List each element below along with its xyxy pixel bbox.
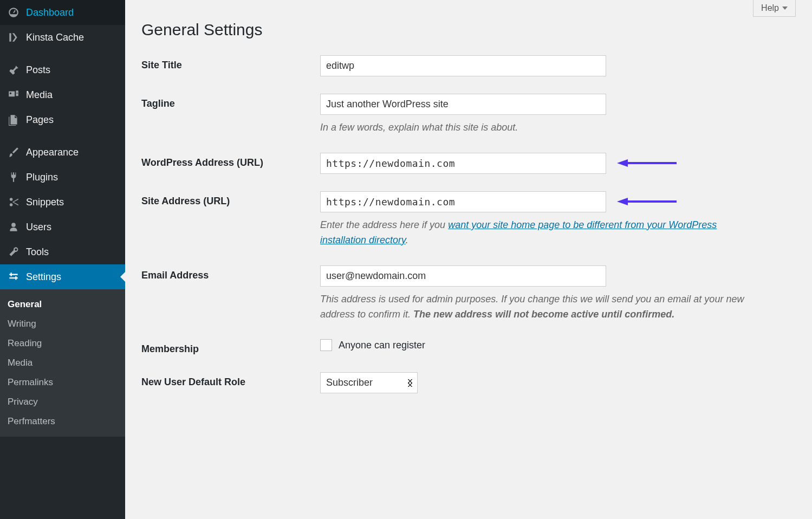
default-role-select[interactable]: Subscriber	[320, 372, 418, 393]
sliders-icon	[8, 271, 20, 283]
admin-sidebar: Dashboard Kinsta Cache Posts Media Pages…	[0, 0, 125, 519]
user-icon	[8, 221, 20, 233]
pin-icon	[8, 64, 20, 76]
submenu-item-general[interactable]: General	[0, 295, 125, 314]
submenu-item-perfmatters[interactable]: Perfmatters	[0, 412, 125, 431]
sidebar-item-label: Appearance	[26, 147, 79, 158]
help-tab[interactable]: Help	[753, 0, 796, 17]
scissors-icon	[8, 196, 20, 208]
sidebar-item-kinsta-cache[interactable]: Kinsta Cache	[0, 25, 125, 50]
page-icon	[8, 114, 20, 126]
sidebar-item-label: Users	[26, 222, 51, 233]
sidebar-item-label: Media	[26, 89, 53, 101]
arrow-annotation-icon	[617, 198, 677, 205]
dashboard-icon	[8, 7, 20, 18]
row-site-url: Site Address (URL) Enter the address her…	[141, 191, 796, 248]
tagline-input[interactable]	[320, 94, 606, 115]
sidebar-item-plugins[interactable]: Plugins	[0, 165, 125, 190]
page-title: General Settings	[141, 21, 796, 39]
media-icon	[8, 89, 20, 101]
sidebar-item-label: Pages	[26, 114, 54, 126]
tagline-description: In a few words, explain what this site i…	[320, 120, 753, 135]
email-description: This address is used for admin purposes.…	[320, 292, 753, 322]
sidebar-item-media[interactable]: Media	[0, 82, 125, 107]
sidebar-item-label: Tools	[26, 246, 49, 258]
chevron-down-icon	[782, 7, 788, 10]
site-title-input[interactable]	[320, 55, 606, 76]
submenu-item-permalinks[interactable]: Permalinks	[0, 373, 125, 392]
arrow-annotation-icon	[617, 159, 677, 167]
submenu-item-reading[interactable]: Reading	[0, 334, 125, 353]
label-default-role: New User Default Role	[141, 372, 320, 388]
main-content: Help General Settings Site Title Tagline…	[125, 0, 812, 519]
sidebar-item-users[interactable]: Users	[0, 215, 125, 239]
email-input[interactable]	[320, 265, 606, 287]
row-email: Email Address This address is used for a…	[141, 265, 796, 322]
help-label: Help	[761, 3, 779, 13]
brush-icon	[8, 146, 20, 158]
plug-icon	[8, 171, 20, 183]
sidebar-item-label: Snippets	[26, 197, 64, 208]
sidebar-item-label: Kinsta Cache	[26, 32, 84, 43]
sidebar-item-label: Settings	[26, 271, 61, 283]
select-value: Subscriber	[326, 377, 373, 388]
wrench-icon	[8, 246, 20, 258]
sidebar-item-pages[interactable]: Pages	[0, 107, 125, 132]
settings-form: Site Title Tagline In a few words, expla…	[141, 55, 796, 393]
sidebar-item-label: Dashboard	[26, 7, 74, 18]
kinsta-icon	[8, 31, 20, 43]
label-membership: Membership	[141, 339, 320, 355]
settings-submenu: General Writing Reading Media Permalinks…	[0, 289, 125, 437]
label-wp-url: WordPress Address (URL)	[141, 153, 320, 168]
label-site-title: Site Title	[141, 55, 320, 71]
menu-separator	[0, 50, 125, 57]
site-url-description: Enter the address here if you want your …	[320, 218, 753, 248]
row-membership: Membership Anyone can register	[141, 339, 796, 355]
submenu-item-media[interactable]: Media	[0, 353, 125, 373]
row-tagline: Tagline In a few words, explain what thi…	[141, 94, 796, 135]
row-site-title: Site Title	[141, 55, 796, 76]
label-tagline: Tagline	[141, 94, 320, 109]
sidebar-item-appearance[interactable]: Appearance	[0, 140, 125, 165]
wordpress-url-input[interactable]	[320, 153, 606, 174]
sidebar-item-label: Plugins	[26, 172, 58, 183]
sidebar-item-settings[interactable]: Settings	[0, 264, 125, 289]
sidebar-item-posts[interactable]: Posts	[0, 57, 125, 82]
label-site-url: Site Address (URL)	[141, 191, 320, 207]
membership-checkbox[interactable]	[320, 339, 332, 351]
desc-text: .	[406, 235, 408, 245]
sidebar-item-label: Posts	[26, 64, 50, 76]
label-email: Email Address	[141, 265, 320, 281]
row-wp-url: WordPress Address (URL)	[141, 153, 796, 174]
membership-checkbox-label: Anyone can register	[339, 340, 425, 351]
submenu-item-writing[interactable]: Writing	[0, 314, 125, 334]
desc-text: Enter the address here if you	[320, 219, 448, 230]
desc-strong: The new address will not become active u…	[413, 309, 674, 320]
site-url-input[interactable]	[320, 191, 606, 212]
row-default-role: New User Default Role Subscriber	[141, 372, 796, 393]
sidebar-item-snippets[interactable]: Snippets	[0, 190, 125, 215]
submenu-item-privacy[interactable]: Privacy	[0, 392, 125, 412]
sidebar-item-dashboard[interactable]: Dashboard	[0, 0, 125, 25]
menu-separator	[0, 132, 125, 140]
sidebar-item-tools[interactable]: Tools	[0, 239, 125, 264]
